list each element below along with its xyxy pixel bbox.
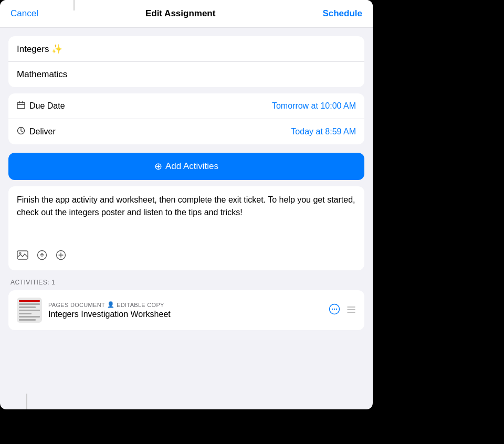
activity-thumbnail	[17, 298, 42, 323]
notes-section: Finish the app activity and worksheet, t…	[8, 186, 364, 270]
assignment-title-input[interactable]	[8, 36, 364, 62]
activity-meta: PAGES DOCUMENT 👤 EDITABLE COPY	[48, 301, 322, 308]
title-section	[8, 36, 364, 87]
svg-rect-7	[17, 251, 28, 259]
add-activities-button[interactable]: ⊕ Add Activities	[8, 153, 364, 180]
svg-rect-0	[17, 102, 25, 109]
activity-copy-label: EDITABLE COPY	[117, 302, 164, 308]
nav-bar: Cancel Edit Assignment Schedule	[0, 0, 373, 28]
image-icon[interactable]	[17, 250, 28, 262]
clock-icon	[17, 126, 25, 137]
svg-point-8	[19, 252, 21, 254]
due-date-row[interactable]: Due Date Tomorrow at 10:00 AM	[8, 93, 364, 119]
due-date-value: Tomorrow at 10:00 AM	[272, 101, 356, 111]
calendar-icon	[17, 101, 25, 111]
date-section: Due Date Tomorrow at 10:00 AM Deliver To…	[8, 93, 364, 144]
assignment-subject-input[interactable]	[8, 62, 364, 87]
add-activities-label: Add Activities	[165, 161, 218, 172]
activities-section: ACTIVITIES: 1 PAGES DOCUMENT 👤	[8, 279, 364, 330]
deliver-value: Today at 8:59 AM	[291, 127, 356, 136]
notes-text: Finish the app activity and worksheet, t…	[17, 194, 356, 219]
due-date-label: Due Date	[17, 101, 65, 111]
sticker-icon[interactable]	[56, 250, 66, 263]
svg-point-15	[332, 308, 333, 309]
upload-icon[interactable]	[37, 250, 47, 263]
more-options-icon[interactable]	[329, 303, 340, 318]
cancel-button[interactable]: Cancel	[10, 8, 38, 19]
modal-title: Edit Assignment	[145, 8, 216, 19]
drag-handle-icon[interactable]	[346, 305, 356, 316]
activity-actions	[329, 303, 356, 318]
activity-title: Integers Investigation Worksheet	[48, 310, 322, 319]
activities-count-label: ACTIVITIES: 1	[8, 279, 364, 286]
activity-info: PAGES DOCUMENT 👤 EDITABLE COPY Integers …	[48, 301, 322, 319]
due-date-text: Due Date	[29, 101, 65, 111]
deliver-label: Deliver	[17, 126, 56, 137]
deliver-row[interactable]: Deliver Today at 8:59 AM	[8, 119, 364, 144]
activity-type-label: PAGES DOCUMENT	[48, 302, 105, 308]
person-icon: 👤	[107, 301, 114, 308]
activity-card: PAGES DOCUMENT 👤 EDITABLE COPY Integers …	[8, 290, 364, 330]
notes-toolbar	[17, 250, 356, 263]
top-decoration-line	[74, 0, 75, 10]
svg-line-6	[21, 131, 23, 132]
schedule-button[interactable]: Schedule	[322, 8, 362, 19]
modal-container: Cancel Edit Assignment Schedule Due Date	[0, 0, 373, 409]
svg-point-16	[334, 308, 335, 309]
bottom-decoration-line	[26, 394, 27, 409]
svg-point-17	[336, 308, 337, 309]
add-plus-icon: ⊕	[154, 162, 162, 171]
deliver-text: Deliver	[29, 127, 56, 136]
